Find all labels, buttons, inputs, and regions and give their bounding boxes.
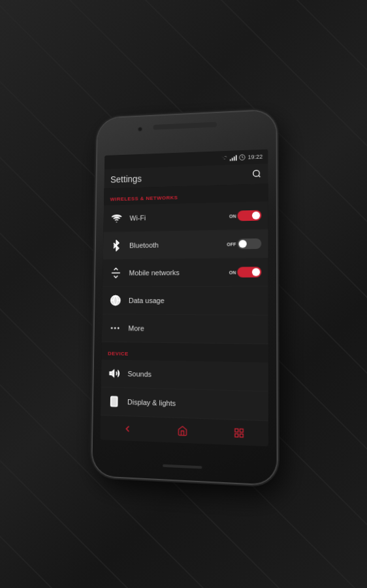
search-button[interactable] xyxy=(252,169,261,180)
page-title: Settings xyxy=(110,173,142,184)
data-icon xyxy=(239,154,246,161)
svg-marker-9 xyxy=(110,370,114,377)
mobile-networks-label: Mobile networks xyxy=(129,269,229,277)
camera xyxy=(138,127,143,132)
bluetooth-toggle-switch[interactable] xyxy=(238,238,262,250)
wifi-item[interactable]: Wi-Fi ON xyxy=(103,201,268,232)
status-time: 19:22 xyxy=(247,154,263,161)
phone: 19:22 Settings WIRELESS & NETWORKS xyxy=(92,110,276,485)
more-dots-icon xyxy=(108,321,122,335)
bluetooth-icon xyxy=(109,238,123,253)
mobile-networks-toggle-knob xyxy=(252,268,260,276)
home-bar xyxy=(163,465,202,469)
globe-icon xyxy=(108,293,122,308)
svg-point-3 xyxy=(116,221,117,222)
svg-point-6 xyxy=(111,327,113,329)
svg-rect-17 xyxy=(240,429,244,433)
sounds-label: Sounds xyxy=(127,370,261,381)
section-wireless-label: WIRELESS & NETWORKS xyxy=(110,195,178,202)
mobile-networks-toggle-switch[interactable] xyxy=(237,267,261,277)
mobile-networks-icon xyxy=(109,266,123,280)
section-device-label: DEVICE xyxy=(108,351,129,357)
svg-point-7 xyxy=(114,327,116,329)
scene: 19:22 Settings WIRELESS & NETWORKS xyxy=(0,0,367,588)
back-button[interactable] xyxy=(118,421,137,437)
screen: 19:22 Settings WIRELESS & NETWORKS xyxy=(101,150,268,447)
svg-rect-16 xyxy=(235,429,238,432)
svg-line-2 xyxy=(259,175,261,177)
mobile-networks-toggle-label: ON xyxy=(229,270,236,274)
wifi-toggle-switch[interactable] xyxy=(238,210,262,221)
search-icon xyxy=(252,169,261,178)
home-button[interactable] xyxy=(172,423,192,440)
bluetooth-label: Bluetooth xyxy=(129,240,227,250)
mobile-networks-item[interactable]: Mobile networks ON xyxy=(103,258,268,287)
svg-rect-10 xyxy=(111,397,118,406)
more-item[interactable]: More xyxy=(102,314,268,344)
sounds-item[interactable]: Sounds xyxy=(101,359,268,391)
svg-rect-19 xyxy=(240,434,244,437)
wifi-toggle-label: ON xyxy=(229,214,236,218)
data-usage-label: Data usage xyxy=(129,297,261,304)
wifi-toggle[interactable]: ON xyxy=(229,210,261,221)
svg-point-8 xyxy=(118,327,120,329)
mobile-networks-toggle[interactable]: ON xyxy=(229,267,262,277)
svg-rect-18 xyxy=(235,434,238,437)
data-usage-item[interactable]: Data usage xyxy=(103,287,268,316)
speaker-icon xyxy=(108,366,121,380)
status-icons: 19:22 xyxy=(221,154,263,161)
bluetooth-toggle-knob xyxy=(239,240,247,248)
display-lights-label: Display & lights xyxy=(127,398,261,410)
speaker-grille xyxy=(153,122,217,130)
signal-icon xyxy=(230,154,237,161)
recents-button[interactable] xyxy=(229,425,249,442)
wifi-icon xyxy=(110,211,123,225)
more-label: More xyxy=(128,324,261,333)
settings-list: WIRELESS & NETWORKS Wi-Fi ON xyxy=(101,184,268,421)
wifi-status-icon xyxy=(221,155,228,161)
wifi-toggle-knob xyxy=(252,212,260,220)
bluetooth-item[interactable]: Bluetooth OFF xyxy=(103,230,268,260)
bluetooth-toggle[interactable]: OFF xyxy=(227,238,261,250)
wifi-label: Wi-Fi xyxy=(129,212,229,222)
display-icon xyxy=(107,394,121,409)
bluetooth-toggle-label: OFF xyxy=(227,242,236,246)
